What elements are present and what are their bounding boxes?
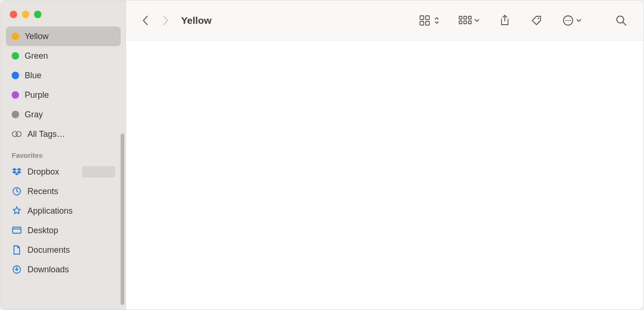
svg-rect-13 <box>464 21 467 24</box>
sidebar-item-label: Desktop <box>27 226 115 236</box>
sidebar-scrollbar[interactable] <box>120 134 125 305</box>
svg-line-22 <box>623 22 626 25</box>
chevron-down-icon <box>576 18 582 23</box>
sidebar-item-label: Downloads <box>27 265 115 275</box>
sidebar-item-label: Applications <box>27 206 115 216</box>
svg-rect-9 <box>426 21 429 25</box>
sidebar-tag-yellow[interactable]: Yellow <box>6 27 121 46</box>
svg-rect-14 <box>468 16 471 19</box>
svg-rect-15 <box>468 21 471 24</box>
svg-rect-8 <box>420 21 424 25</box>
svg-rect-7 <box>426 16 429 20</box>
sidebar-item-label: Purple <box>25 90 115 100</box>
share-button[interactable] <box>495 11 514 30</box>
view-mode-button[interactable] <box>416 11 442 30</box>
sidebar-item-label: Yellow <box>25 32 115 41</box>
sidebar-tag-blue[interactable]: Blue <box>6 66 121 85</box>
sidebar-item-recents[interactable]: Recents <box>6 182 121 201</box>
dropbox-icon <box>12 167 22 177</box>
toolbar: Yellow <box>126 0 644 40</box>
sidebar-item-label: All Tags… <box>27 129 115 139</box>
desktop-icon <box>12 225 22 236</box>
svg-point-1 <box>16 132 21 137</box>
sidebar-item-label: Blue <box>25 71 115 81</box>
sidebar-item-applications[interactable]: Applications <box>6 201 121 221</box>
chevron-down-icon <box>474 18 480 23</box>
sidebar-tag-green[interactable]: Green <box>6 46 121 66</box>
sidebar-item-label: Recents <box>27 187 115 196</box>
svg-point-16 <box>538 17 539 19</box>
sidebar-scroll-area: Yellow Green Blue Purple Gray <box>0 27 126 310</box>
svg-point-21 <box>617 16 624 23</box>
navigation-group: Yellow <box>139 14 211 27</box>
svg-rect-12 <box>464 16 467 19</box>
download-icon <box>12 264 22 275</box>
svg-point-20 <box>569 20 571 21</box>
chevron-updown-icon <box>434 16 440 25</box>
svg-rect-3 <box>13 227 21 233</box>
svg-rect-6 <box>420 16 424 20</box>
svg-point-19 <box>568 20 569 21</box>
sidebar: Yellow Green Blue Purple Gray <box>0 0 126 310</box>
sidebar-tag-gray[interactable]: Gray <box>6 105 121 124</box>
finder-window: Yellow Green Blue Purple Gray <box>0 0 644 310</box>
sidebar-item-dropbox[interactable]: Dropbox <box>6 162 121 182</box>
tag-dot-icon <box>12 91 19 99</box>
group-by-button[interactable] <box>455 11 482 30</box>
sidebar-item-label: Documents <box>27 245 115 255</box>
tag-dot-icon <box>12 33 19 40</box>
tag-dot-icon <box>12 72 19 79</box>
back-button[interactable] <box>139 14 152 27</box>
applications-icon <box>12 206 22 216</box>
sidebar-item-label: Dropbox <box>27 167 77 177</box>
search-button[interactable] <box>612 11 630 30</box>
window-close-button[interactable] <box>10 11 17 18</box>
sidebar-item-documents[interactable]: Documents <box>6 240 121 260</box>
tag-dot-icon <box>12 111 19 118</box>
more-actions-button[interactable] <box>559 11 585 30</box>
sidebar-item-label: Gray <box>25 110 115 120</box>
sidebar-item-badge <box>82 166 115 177</box>
file-list-area[interactable] <box>126 40 644 310</box>
svg-point-18 <box>565 20 567 21</box>
all-tags-icon <box>12 129 22 139</box>
sidebar-section-favorites: Favorites <box>6 144 121 162</box>
svg-rect-11 <box>459 21 462 24</box>
main-area: Yellow <box>126 0 644 310</box>
sidebar-item-downloads[interactable]: Downloads <box>6 260 121 279</box>
edit-tags-button[interactable] <box>527 11 546 30</box>
sidebar-item-desktop[interactable]: Desktop <box>6 221 121 240</box>
window-minimize-button[interactable] <box>22 11 29 18</box>
page-title: Yellow <box>181 15 211 26</box>
tag-dot-icon <box>12 52 19 60</box>
forward-button[interactable] <box>159 14 172 27</box>
sidebar-tag-purple[interactable]: Purple <box>6 85 121 105</box>
window-maximize-button[interactable] <box>34 11 41 18</box>
svg-rect-10 <box>459 16 462 19</box>
sidebar-scrollbar-thumb[interactable] <box>121 134 124 305</box>
window-controls <box>0 6 126 27</box>
clock-icon <box>12 186 22 196</box>
document-icon <box>12 245 22 255</box>
sidebar-item-label: Green <box>25 51 115 61</box>
sidebar-all-tags[interactable]: All Tags… <box>6 124 121 144</box>
toolbar-actions <box>416 11 630 30</box>
